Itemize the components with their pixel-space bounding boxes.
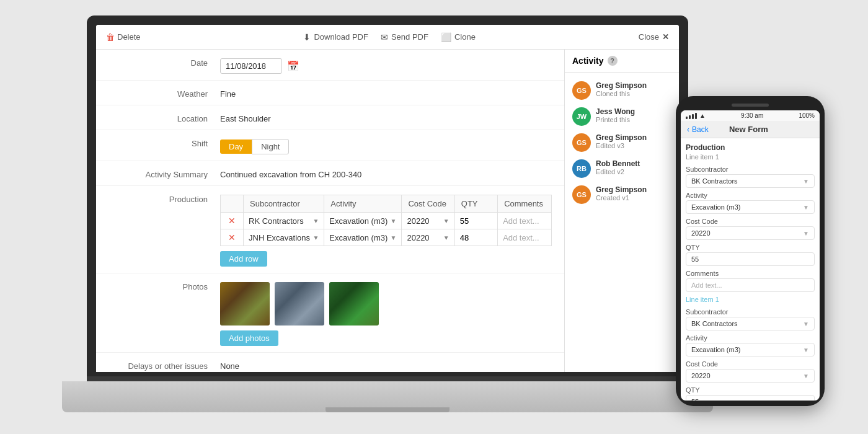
activity-sidebar: Activity ? GS Greg Simpson Cloned this J… [564,50,679,372]
phone-field-comments-1: Comments Add text... [686,270,815,292]
activity-summary-value[interactable]: Continued excavation from CH 200-340 [220,167,552,179]
costcode-select-1[interactable]: 20220 ▼ [407,233,449,242]
phone-field-qty-1: QTY 55 [686,244,815,266]
phone-activity-select-2[interactable]: Excavation (m3) ▼ [686,343,815,356]
laptop: 🗑 Delete ⬇ Download PDF ✉ Send PDF [62,16,713,412]
clone-label: Clone [454,32,476,42]
phone-activity-select-1[interactable]: Excavation (m3) ▼ [686,200,815,214]
activity-summary-row: Activity Summary Continued excavation fr… [96,161,564,186]
signal-icon [686,113,697,119]
activity-select-0[interactable]: Excavation (m3) ▼ [329,216,396,226]
activity-action-0: Cloned this [596,90,671,97]
phone-field-subcontractor-1: Subcontractor BK Contractors ▼ [686,166,815,188]
qty-input-1[interactable] [460,233,491,242]
weather-value: Fine [220,87,552,99]
form-area: Date 11/08/2018 📅 Weather Fine [96,50,564,372]
activity-help-icon[interactable]: ? [608,56,618,66]
subcontractor-select-0[interactable]: RK Contractors ▼ [249,216,319,226]
shift-night-button[interactable]: Night [252,139,289,154]
row-costcode-1: 20220 ▼ [402,229,454,246]
activity-user-name-1: Jess Wong [596,107,671,116]
phone-time: 9:30 am [741,112,763,119]
add-row-button[interactable]: Add row [220,251,267,267]
phone-battery: 100% [799,112,815,119]
date-label: Date [108,56,220,68]
photo-thumb-1[interactable] [220,282,270,326]
row-subcontractor-1: JNH Excavations ▼ [244,229,324,246]
phone-qty-input-1[interactable]: 55 [686,252,815,266]
delete-button[interactable]: 🗑 Delete [106,32,141,42]
download-pdf-label: Download PDF [314,32,368,42]
laptop-base [62,381,713,412]
costcode-select-0[interactable]: 20220 ▼ [407,216,449,226]
th-qty: QTY [454,195,497,213]
phone-comments-label-1: Comments [686,270,815,277]
phone-qty-label-1: QTY [686,244,815,251]
dropdown-arrow-icon: ▼ [312,218,319,224]
phone-subcontractor-label-2: Subcontractor [686,308,815,316]
activity-info-3: Rob Bennett Edited v2 [596,159,671,178]
comment-text-0[interactable]: Add text... [503,216,539,226]
close-x-icon: ✕ [662,32,669,42]
dropdown-arrow-icon: ▼ [391,218,397,224]
back-label: Back [692,125,709,134]
shift-day-button[interactable]: Day [220,140,252,154]
th-comments: Comments [498,195,552,213]
phone-subcontractor-select-1[interactable]: BK Contractors ▼ [686,174,815,188]
activity-select-1[interactable]: Excavation (m3) ▼ [329,233,396,242]
photo-thumb-2[interactable] [275,282,324,326]
subcontractor-select-1[interactable]: JNH Excavations ▼ [249,233,319,242]
activity-header: Activity ? [565,50,679,73]
dropdown-arrow-icon: ▼ [443,218,450,224]
shift-label: Shift [108,136,220,148]
production-section: Production Subcontractor Activity Cost [96,186,564,273]
activity-user-name-4: Greg Simpson [596,185,671,194]
phone-subcontractor-select-2[interactable]: BK Contractors ▼ [686,317,815,330]
delays-row: Delays or other issues None [96,353,564,372]
row-delete-cell: ✕ [221,213,244,229]
download-pdf-button[interactable]: ⬇ Download PDF [303,32,368,42]
topbar-left: 🗑 Delete [106,32,141,42]
phone-field-qty-2: QTY 55 [686,386,815,401]
delays-value: None [220,359,552,371]
delays-label: Delays or other issues [108,359,220,371]
delete-row-button-0[interactable]: ✕ [226,216,238,226]
qty-input-0[interactable] [460,216,491,226]
phone-costcode-select-2[interactable]: 20220 ▼ [686,369,815,383]
add-photos-button[interactable]: Add photos [220,330,278,346]
send-pdf-button[interactable]: ✉ Send PDF [381,32,428,42]
date-field[interactable]: 11/08/2018 [220,58,282,74]
phone-qty-input-2[interactable]: 55 [686,395,815,401]
clone-button[interactable]: ⬜ Clone [441,32,476,42]
dropdown-arrow-icon-3: ▼ [803,230,809,237]
phone-costcode-select-1[interactable]: 20220 ▼ [686,226,815,240]
activity-item: GS Greg Simpson Cloned this [565,78,679,104]
location-value: East Shoulder [220,112,552,123]
comment-text-1[interactable]: Add text... [503,233,539,242]
delete-row-button-1[interactable]: ✕ [226,232,238,242]
row-qty-0 [454,213,497,229]
close-button[interactable]: Close ✕ [639,32,669,42]
phone-left-status: ▲ [686,112,706,119]
date-value: 11/08/2018 📅 [220,56,552,74]
topbar-right: Close ✕ [639,32,669,42]
phone-comments-input-1[interactable]: Add text... [686,278,815,292]
date-input-group: 11/08/2018 📅 [220,58,552,74]
phone-costcode-label-1: Cost Code [686,218,815,225]
phone-form-title: New Form [729,125,768,134]
photo-thumb-3[interactable] [329,282,379,326]
activity-user-name-2: Greg Simpson [596,133,671,142]
activity-action-4: Created v1 [596,194,671,202]
th-delete [221,195,244,213]
photos-value: Add photos [220,280,552,346]
phone-screen: ▲ 9:30 am 100% ‹ Back New Form Productio… [681,110,820,401]
phone-activity-label-2: Activity [686,334,815,342]
location-label: Location [108,112,220,123]
th-subcontractor: Subcontractor [244,195,324,213]
phone-costcode-label-2: Cost Code [686,360,815,368]
dropdown-arrow-icon: ▼ [312,234,319,241]
calendar-icon[interactable]: 📅 [287,60,299,72]
row-comment-0: Add text... [498,213,552,229]
close-label: Close [639,32,659,42]
phone-back-button[interactable]: ‹ Back [687,125,709,134]
